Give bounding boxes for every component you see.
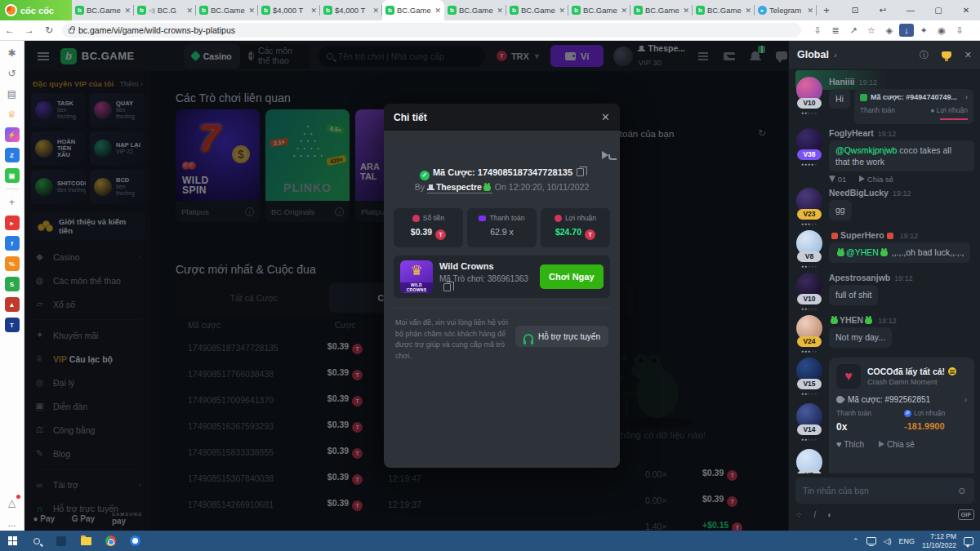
- chat-input-box[interactable]: ☺: [795, 478, 974, 504]
- browser-tab[interactable]: b$4,000 T✕: [320, 0, 382, 20]
- add-icon[interactable]: +: [5, 195, 20, 210]
- tab-close-icon[interactable]: ✕: [372, 7, 379, 15]
- bet-author-link[interactable]: Thespectre: [427, 182, 492, 193]
- reload-button[interactable]: ↻: [39, 24, 59, 36]
- commands-icon[interactable]: /: [813, 510, 816, 519]
- extensions-icon[interactable]: ✦: [915, 25, 932, 36]
- tab-close-icon[interactable]: ✕: [621, 7, 627, 15]
- maximize-button[interactable]: ▢: [924, 0, 952, 20]
- taskbar-search-icon[interactable]: [24, 531, 49, 551]
- gear-icon[interactable]: ✱: [5, 46, 20, 60]
- tab-close-icon[interactable]: ✕: [124, 7, 131, 15]
- task-view-icon[interactable]: [49, 531, 74, 551]
- tab-close-icon[interactable]: ✕: [186, 7, 193, 15]
- start-button[interactable]: [0, 531, 24, 551]
- copy-icon[interactable]: [443, 283, 451, 291]
- downloads-tray-icon[interactable]: ⇩: [951, 25, 968, 36]
- browser-tab[interactable]: bBC.Game✕: [693, 0, 755, 20]
- tab-close-icon[interactable]: ✕: [497, 7, 503, 15]
- save-page-icon[interactable]: ⇩: [809, 25, 826, 36]
- zalo-icon[interactable]: Z: [5, 148, 20, 162]
- browser-tab[interactable]: bBC.Game✕: [630, 0, 693, 20]
- new-tab-button[interactable]: +: [817, 0, 836, 20]
- profile-icon[interactable]: ◉: [933, 25, 950, 36]
- close-button[interactable]: ✕: [952, 0, 980, 20]
- shopee-icon[interactable]: S: [5, 277, 20, 291]
- restore-last-tab-icon[interactable]: ↩: [869, 0, 897, 20]
- tab-close-icon[interactable]: ✕: [310, 7, 317, 15]
- news-icon[interactable]: ▤: [5, 87, 20, 101]
- tab-close-icon[interactable]: ✕: [807, 7, 813, 15]
- coccoc-brand[interactable]: cốc cốc: [0, 0, 72, 20]
- chat-rules-icon[interactable]: ⓘ: [920, 49, 929, 61]
- browser-tab[interactable]: b$4,000 T✕: [258, 0, 320, 20]
- file-explorer-icon[interactable]: [74, 531, 98, 551]
- mention-link[interactable]: @YHEN: [835, 247, 889, 257]
- chat-username[interactable]: SuperHero: [840, 230, 884, 240]
- play-now-button[interactable]: Chơi Ngay: [540, 264, 604, 289]
- gif-button[interactable]: GIF: [958, 509, 975, 520]
- tab-close-icon[interactable]: ✕: [559, 7, 565, 15]
- chat-input[interactable]: [803, 486, 957, 495]
- thumbs-down-button[interactable]: 01: [829, 175, 846, 184]
- language-indicator[interactable]: ENG: [899, 537, 915, 545]
- dice-icon[interactable]: ⁘: [795, 510, 802, 519]
- like-button[interactable]: ♥ Thích: [836, 439, 864, 449]
- tiki-icon[interactable]: T: [5, 318, 20, 332]
- notification-bell-icon[interactable]: △: [5, 495, 20, 510]
- download-manager-icon[interactable]: ↓: [899, 24, 914, 37]
- browser-tab[interactable]: bBC.Game✕: [72, 0, 134, 20]
- tray-expand-icon[interactable]: ⌃: [853, 537, 859, 545]
- share-button[interactable]: Chia sẻ: [859, 175, 893, 184]
- back-button[interactable]: ←: [0, 24, 20, 36]
- share-icon[interactable]: ↗: [845, 25, 862, 36]
- action-center-icon[interactable]: [964, 537, 973, 545]
- chat-close-icon[interactable]: ✕: [964, 50, 972, 60]
- chat-username[interactable]: Haniiii: [829, 77, 855, 87]
- bookmark-star-icon[interactable]: ☆: [863, 25, 880, 36]
- browser-tab[interactable]: bBC.Game✕: [196, 0, 258, 20]
- mention-link[interactable]: @Qwsmkjpnjwb: [835, 145, 897, 155]
- trophy-icon[interactable]: [942, 51, 951, 59]
- tab-close-icon[interactable]: ✕: [745, 7, 751, 15]
- share-button[interactable]: Chia sẻ: [879, 440, 915, 449]
- chat-username[interactable]: FoglyHeart: [829, 128, 874, 138]
- tab-close-icon[interactable]: ✕: [248, 7, 255, 15]
- chat-username[interactable]: YHEN: [840, 315, 863, 325]
- chrome-icon[interactable]: [98, 531, 122, 551]
- url-bar[interactable]: bc.game/vi/game/wild-crowns-by-platipus: [62, 23, 801, 38]
- copy-icon[interactable]: [577, 168, 584, 176]
- lazada-icon[interactable]: ▲: [5, 297, 20, 312]
- coinflip-icon[interactable]: ◐: [827, 510, 832, 519]
- bet-share-card[interactable]: ♥COCOđã lấy tất cả!Crash Damn MomentMã c…: [829, 358, 974, 473]
- translate-icon[interactable]: ≣: [827, 25, 844, 36]
- games-icon[interactable]: ▣: [5, 168, 20, 183]
- modal-close-icon[interactable]: ✕: [601, 111, 610, 123]
- chat-room-label[interactable]: Global: [797, 49, 829, 60]
- shield-icon[interactable]: ◈: [881, 25, 898, 36]
- chat-username[interactable]: NeedBigLucky: [829, 188, 889, 198]
- tab-close-icon[interactable]: ✕: [683, 7, 689, 15]
- crown-icon[interactable]: ♕: [5, 107, 20, 122]
- minimize-button[interactable]: —: [897, 0, 924, 20]
- chat-username[interactable]: Apestrosanjwb: [829, 273, 890, 282]
- browser-tab[interactable]: b◁)BC.G✕: [134, 0, 196, 20]
- clock[interactable]: 7:12 PM 11/10/2022: [922, 532, 956, 549]
- history-icon[interactable]: ↺: [5, 66, 20, 81]
- volume-icon[interactable]: ◁): [884, 537, 892, 545]
- tab-close-icon[interactable]: ✕: [434, 7, 441, 15]
- emoji-icon[interactable]: ☺: [957, 485, 967, 496]
- forward-button[interactable]: →: [20, 24, 39, 36]
- browser-tab[interactable]: bBC.Game✕: [444, 0, 506, 20]
- live-support-button[interactable]: Hỗ trợ trực tuyến: [515, 326, 608, 347]
- game-thumbnail[interactable]: ♛WILD CROWNS: [400, 260, 433, 293]
- coccoc-taskbar-icon[interactable]: [122, 531, 147, 551]
- browser-tab[interactable]: bBC.Game✕: [506, 0, 568, 20]
- browser-tab[interactable]: ▸Telegram✕: [755, 0, 817, 20]
- shared-bet-id[interactable]: Mã cược: #992562851›: [836, 395, 967, 404]
- search-tabs-icon[interactable]: ⊡: [841, 0, 869, 20]
- facebook-icon[interactable]: f: [5, 236, 20, 251]
- browser-tab[interactable]: bBC.Game✕: [568, 0, 630, 20]
- network-icon[interactable]: [866, 537, 876, 544]
- youtube-icon[interactable]: ▸: [5, 216, 20, 230]
